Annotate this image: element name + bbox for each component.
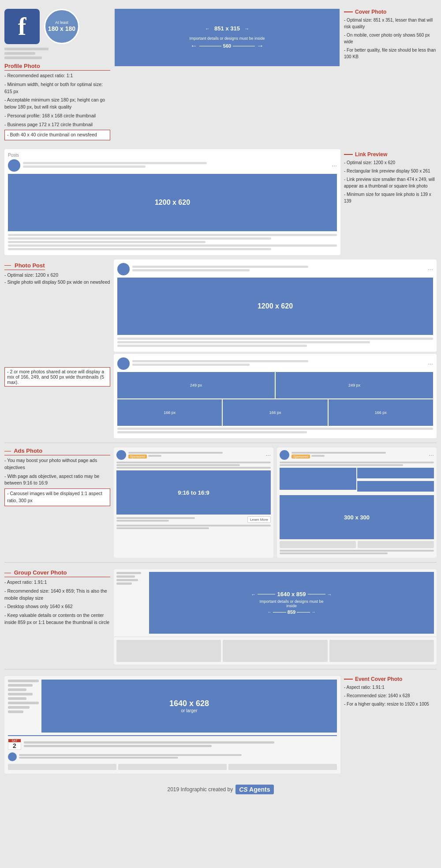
multi-photo-note-box: - 2 or more photos shared at once will d… [4, 367, 110, 387]
group-header-sidebar [116, 572, 147, 585]
profile-note-3: - Acceptable minimum size 180 px; height… [4, 97, 110, 111]
pfl-2 [8, 237, 271, 240]
divider-1 [4, 443, 437, 443]
ad2-bottom-lines [280, 550, 434, 554]
multi-photo-row1: 249 px 249 px [117, 372, 433, 398]
page-wrapper: f At least 180 x 180 Profile Photo - Rec… [0, 0, 441, 816]
esl-8 [8, 710, 23, 713]
cover-dimension-row: ← 851 x 315 → [205, 25, 249, 32]
section3-ads: Ads Photo - You may boost your photo wit… [0, 445, 441, 560]
adhl-2 [148, 455, 161, 457]
photo-post-title: Photo Post [4, 262, 45, 270]
post-header-lines-2 [132, 266, 425, 273]
post2-footer-lines [117, 338, 433, 347]
ghs-4 [116, 582, 132, 585]
post2-container: ··· 1200 x 620 [114, 259, 437, 352]
profile-photo-notes: - Recommended aspect ratio: 1:1 - Minimu… [4, 72, 110, 140]
pfl-4 [8, 244, 337, 247]
esl-1 [8, 680, 39, 682]
ad-footer-bottom-lines-1 [116, 525, 271, 529]
pf2l-3 [117, 345, 307, 347]
cs-agents-logo: CS Agents [235, 785, 273, 794]
ph-line-1 [23, 162, 207, 164]
multi-photo-grid: 249 px 249 px 166 px 166 px 166 px [117, 372, 433, 426]
post-avatar-2 [117, 263, 130, 275]
post2-container-wrapper: ··· 1200 x 620 [114, 259, 437, 352]
adhl2-2 [311, 455, 325, 457]
facebook-logo: f [4, 9, 40, 44]
cover-note-1: - Optimal size: 851 x 351, lesser than t… [344, 17, 437, 30]
photo-post-notes: - Optimal size: 1200 x 620 - Single phot… [4, 272, 110, 286]
pfl-1 [8, 234, 337, 236]
group-inner-label: Important details or designs must be ins… [258, 599, 325, 608]
profile-photo-label: Profile Photo [4, 63, 110, 71]
adfl-1 [116, 517, 195, 519]
mp-cell-1: 249 px [117, 372, 275, 398]
section5-event-cover: 1640 x 628 or larger SAT 2 [0, 674, 441, 776]
profile-note-4: - Personal profile: 168 x 168 circle thu… [4, 113, 110, 120]
pf2l-1 [117, 338, 433, 340]
ad-avatar-1 [116, 450, 126, 460]
sponsored-badge-2: Sponsored [292, 455, 310, 458]
ad-card-1: Sponsored ··· 9:16 to 16:9 [114, 447, 273, 558]
ad2-btn-1 [280, 541, 356, 548]
learn-more-button-1[interactable]: Learn More [247, 516, 271, 523]
group-arrow-right [308, 594, 325, 594]
name-line-1 [4, 48, 49, 50]
ad-text-lines-2 [280, 462, 434, 466]
post-dots-1: ··· [332, 162, 337, 169]
event-cover-image: 1640 x 628 or larger [41, 680, 337, 733]
cover-size-label: 851 x 315 [214, 25, 240, 32]
group-note-2: - Recommended size: 1640 x 859; This is … [4, 588, 110, 602]
ad-image-2b-col [357, 468, 434, 493]
group-left-col: Group Cover Photo - Aspect ratio: 1.91:1… [4, 569, 110, 665]
adtl2-1 [280, 462, 434, 463]
ev-btn-2 [118, 764, 227, 770]
post-image-1: 1200 x 620 [8, 174, 337, 231]
photo-post-note-1: - Optimal size: 1200 x 620 [4, 272, 110, 279]
group-arrow-left [258, 594, 275, 594]
esl-7 [8, 706, 30, 709]
ph3-line-1 [132, 360, 308, 362]
event-note-2: - Recommended size: 1640 x 628 [344, 692, 437, 699]
posts-label: Posts [8, 153, 337, 158]
event-sidebar [8, 680, 39, 733]
pfl-5 [8, 248, 271, 250]
group-cover-image: ← 1640 x 859 → Important details or desi… [149, 572, 434, 634]
ads-section: Ads Photo - You may boost your photo wit… [4, 447, 437, 558]
posts-container: Posts ··· 1200 x 620 [4, 149, 340, 255]
ph3-lines [132, 360, 425, 367]
event-date-box: SAT 2 [8, 739, 21, 750]
esl-2 [8, 684, 33, 687]
ebl-2 [24, 745, 212, 747]
cover-photo-box: ← 851 x 315 → Important details or desig… [115, 9, 340, 66]
group-inner-left [273, 612, 286, 612]
profile-highlight-box: - Both 40 x 40 circle thumbnail on newsf… [4, 130, 110, 140]
post-footer-lines [8, 234, 337, 250]
two-posts-wrapper: ··· 249 px 249 px 166 px 166 px 166 px [114, 354, 437, 438]
ad-text-lines-1 [116, 462, 271, 469]
event-notes: - Aspect ratio: 1.91:1 - Recommended siz… [344, 684, 437, 707]
ghs-2 [116, 575, 135, 578]
ads-note-1: - You may boost your photo without page … [4, 457, 110, 471]
gbc-1 [116, 640, 221, 662]
photo-post-label-col: Photo Post - Optimal size: 1200 x 620 - … [4, 259, 110, 352]
group-note-3: - Desktop shows only 1640 x 662 [4, 603, 110, 610]
profile-photo-section: f At least 180 x 180 Profile Photo - Rec… [4, 9, 110, 140]
group-right-col: ← 1640 x 859 → Important details or desi… [114, 569, 437, 665]
event-mock: 1640 x 628 or larger SAT 2 [4, 676, 340, 774]
event-av-lines [19, 754, 337, 759]
event-sub: or larger [181, 708, 197, 713]
cover-inner-description: Important details or designs must be ins… [189, 36, 265, 50]
adfl-2 [116, 520, 169, 522]
ads-photo-title: Ads Photo [4, 447, 110, 455]
ad-header-2: Sponsored ··· [280, 450, 434, 460]
name-placeholder-lines [4, 48, 110, 59]
pf3l-2 [117, 431, 307, 433]
ad-avatar-2 [280, 450, 289, 460]
ph-line-2 [23, 165, 146, 168]
event-bottom: SAT 2 [8, 735, 337, 750]
group-note-4: - Keep valuable details or contents on t… [4, 612, 110, 626]
ad2-footer-btns [280, 541, 434, 548]
ad-header-lines-1: Sponsored [128, 452, 263, 458]
